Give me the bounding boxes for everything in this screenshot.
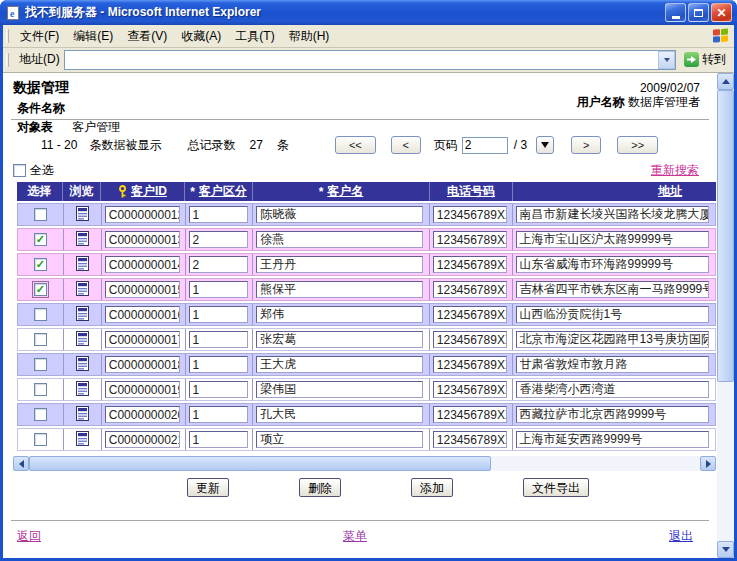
- back-link[interactable]: 返回: [17, 529, 41, 543]
- address-field[interactable]: 北京市海淀区花园路甲13号庚坊国际发展中心: [516, 331, 709, 348]
- customer-id-field[interactable]: C0000000013: [105, 231, 180, 248]
- column-header-category[interactable]: * 客户区分: [185, 182, 253, 201]
- research-link[interactable]: 重新搜索: [651, 162, 699, 179]
- phone-field[interactable]: 123456789XX: [433, 431, 507, 448]
- address-dropdown-button[interactable]: [658, 51, 675, 69]
- first-page-button[interactable]: <<: [335, 136, 376, 154]
- customer-id-field[interactable]: C0000000016: [105, 306, 180, 323]
- update-button[interactable]: 更新: [187, 478, 229, 497]
- add-button[interactable]: 添加: [411, 478, 453, 497]
- vertical-scroll-thumb[interactable]: [717, 90, 734, 382]
- customer-category-field[interactable]: 1: [189, 306, 248, 323]
- customer-category-field[interactable]: 2: [189, 231, 248, 248]
- row-checkbox[interactable]: [34, 408, 47, 421]
- customer-category-field[interactable]: 1: [189, 381, 248, 398]
- customer-name-field[interactable]: 梁伟国: [256, 381, 423, 398]
- vertical-scroll-track[interactable]: [717, 90, 734, 541]
- customer-name-field[interactable]: 张宏葛: [256, 331, 423, 348]
- row-checkbox[interactable]: [34, 433, 47, 446]
- row-checkbox[interactable]: [34, 383, 47, 396]
- scroll-down-button[interactable]: [717, 541, 734, 558]
- address-field[interactable]: 上海市宝山区沪太路99999号: [516, 231, 709, 248]
- row-checkbox[interactable]: [34, 358, 47, 371]
- menu-link[interactable]: 菜单: [343, 529, 367, 543]
- page-number-input[interactable]: [462, 137, 508, 154]
- customer-id-field[interactable]: C0000000012: [105, 206, 180, 223]
- customer-id-field[interactable]: C0000000015: [105, 281, 180, 298]
- minimize-button[interactable]: [665, 3, 686, 22]
- row-checkbox[interactable]: [34, 208, 47, 221]
- customer-name-field[interactable]: 王大虎: [256, 356, 423, 373]
- customer-category-field[interactable]: 1: [189, 331, 248, 348]
- browse-document-icon[interactable]: [76, 431, 89, 449]
- customer-category-field[interactable]: 1: [189, 406, 248, 423]
- scroll-left-button[interactable]: [13, 456, 29, 471]
- customer-name-field[interactable]: 熊保平: [256, 281, 423, 298]
- browse-document-icon[interactable]: [76, 231, 89, 249]
- customer-category-field[interactable]: 1: [189, 281, 248, 298]
- row-checkbox[interactable]: [34, 308, 47, 321]
- row-checkbox[interactable]: [34, 233, 47, 246]
- close-button[interactable]: ✕: [711, 3, 732, 22]
- delete-button[interactable]: 删除: [299, 478, 341, 497]
- customer-category-field[interactable]: 1: [189, 356, 248, 373]
- column-header-address[interactable]: 地址: [513, 182, 716, 201]
- browse-document-icon[interactable]: [76, 406, 89, 424]
- address-field[interactable]: 甘肃省敦煌市敦月路: [516, 356, 709, 373]
- phone-field[interactable]: 123456789XX: [433, 231, 507, 248]
- customer-category-field[interactable]: 2: [189, 256, 248, 273]
- menu-favorites[interactable]: 收藏(A): [174, 26, 228, 47]
- address-field[interactable]: 山东省威海市环海路99999号: [516, 256, 709, 273]
- row-checkbox[interactable]: [34, 333, 47, 346]
- address-field[interactable]: 上海市延安西路9999号: [516, 431, 709, 448]
- address-field[interactable]: 吉林省四平市铁东区南一马路9999号: [516, 281, 709, 298]
- phone-field[interactable]: 123456789XX: [433, 256, 507, 273]
- horizontal-scroll-thumb[interactable]: [29, 456, 491, 471]
- menu-view[interactable]: 查看(V): [120, 26, 174, 47]
- column-header-customer-id[interactable]: 客户ID: [101, 182, 185, 201]
- customer-id-field[interactable]: C0000000018: [105, 356, 180, 373]
- phone-field[interactable]: 123456789XX: [433, 281, 507, 298]
- customer-name-field[interactable]: 王丹丹: [256, 256, 423, 273]
- select-all-checkbox[interactable]: [13, 164, 26, 177]
- column-header-name[interactable]: * 客户名: [253, 182, 430, 201]
- horizontal-scroll-track[interactable]: [29, 456, 700, 471]
- phone-field[interactable]: 123456789XX: [433, 331, 507, 348]
- phone-field[interactable]: 123456789XX: [433, 381, 507, 398]
- customer-id-field[interactable]: C0000000020: [105, 406, 180, 423]
- file-export-button[interactable]: 文件导出: [523, 478, 589, 497]
- customer-name-field[interactable]: 陈晓薇: [256, 206, 423, 223]
- row-checkbox[interactable]: [34, 283, 47, 296]
- exit-link[interactable]: 退出: [669, 529, 693, 543]
- customer-name-field[interactable]: 徐燕: [256, 231, 423, 248]
- menu-edit[interactable]: 编辑(E): [66, 26, 120, 47]
- column-header-phone[interactable]: 电话号码: [430, 182, 513, 201]
- browse-document-icon[interactable]: [76, 206, 89, 224]
- page-dropdown-button[interactable]: [536, 136, 554, 154]
- next-page-button[interactable]: >: [571, 136, 601, 154]
- browse-document-icon[interactable]: [76, 356, 89, 374]
- menu-help[interactable]: 帮助(H): [282, 26, 337, 47]
- phone-field[interactable]: 123456789XX: [433, 406, 507, 423]
- address-field[interactable]: 西藏拉萨市北京西路9999号: [516, 406, 709, 423]
- browse-document-icon[interactable]: [76, 256, 89, 274]
- browse-document-icon[interactable]: [76, 381, 89, 399]
- phone-field[interactable]: 123456789XX: [433, 206, 507, 223]
- menu-file[interactable]: 文件(F): [13, 26, 66, 47]
- browse-document-icon[interactable]: [76, 306, 89, 324]
- vertical-scrollbar[interactable]: [717, 73, 734, 558]
- customer-id-field[interactable]: C0000000014: [105, 256, 180, 273]
- customer-category-field[interactable]: 1: [189, 206, 248, 223]
- customer-name-field[interactable]: 孔大民: [256, 406, 423, 423]
- customer-category-field[interactable]: 1: [189, 431, 248, 448]
- customer-id-field[interactable]: C0000000021: [105, 431, 180, 448]
- last-page-button[interactable]: >>: [617, 136, 658, 154]
- go-button[interactable]: 转到: [680, 50, 730, 69]
- customer-id-field[interactable]: C0000000019: [105, 381, 180, 398]
- address-field[interactable]: 南昌市新建长堎兴国路长堎龙腾大厦: [516, 206, 709, 223]
- phone-field[interactable]: 123456789XX: [433, 356, 507, 373]
- customer-id-field[interactable]: C0000000017: [105, 331, 180, 348]
- phone-field[interactable]: 123456789XX: [433, 306, 507, 323]
- address-field[interactable]: 香港柴湾小西湾道: [516, 381, 709, 398]
- scroll-right-button[interactable]: [700, 456, 716, 471]
